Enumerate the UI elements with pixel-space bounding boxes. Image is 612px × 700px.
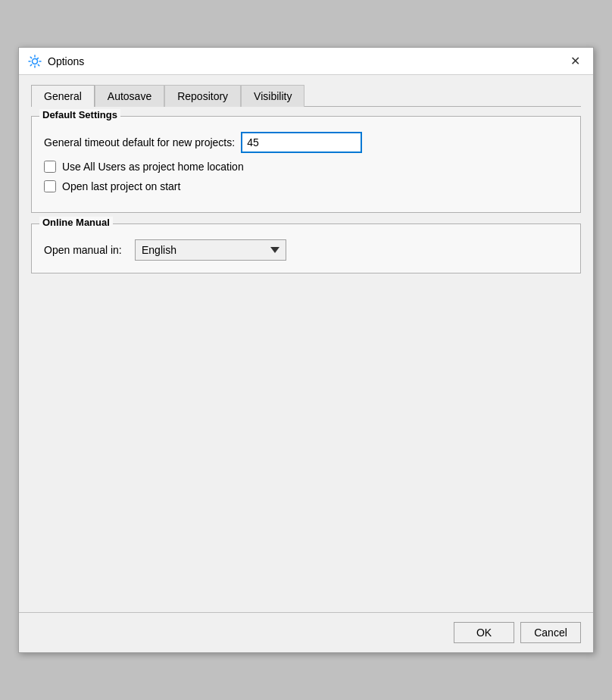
language-select[interactable]: English German French Spanish (135, 239, 286, 261)
use-all-users-checkbox[interactable] (44, 161, 56, 173)
title-left: Options (28, 55, 84, 68)
checkbox1-row: Use All Users as project home location (44, 161, 568, 173)
default-settings-label: Default Settings (39, 109, 120, 120)
content-spacer (31, 284, 581, 603)
tab-general[interactable]: General (31, 85, 95, 107)
open-manual-text: Open manual in: (44, 244, 135, 256)
checkbox2-row: Open last project on start (44, 180, 568, 192)
timeout-input[interactable] (241, 132, 362, 153)
dialog-title: Options (48, 55, 84, 67)
online-manual-section: Online Manual Open manual in: English Ge… (31, 223, 581, 273)
online-manual-label: Online Manual (39, 217, 113, 228)
dialog-body: General Autosave Repository Visibility D… (19, 75, 593, 612)
open-last-project-label: Open last project on start (62, 180, 180, 192)
options-icon (28, 55, 42, 68)
options-dialog: Options ✕ General Autosave Repository Vi… (18, 47, 594, 653)
title-bar: Options ✕ (19, 48, 593, 75)
open-manual-row: Open manual in: English German French Sp… (44, 239, 568, 261)
open-last-project-checkbox[interactable] (44, 180, 56, 192)
default-settings-section: Default Settings General timeout default… (31, 116, 581, 213)
button-row: OK Cancel (19, 612, 593, 652)
cancel-button[interactable]: Cancel (520, 622, 581, 643)
tab-visibility[interactable]: Visibility (241, 85, 304, 107)
ok-button[interactable]: OK (454, 622, 514, 643)
close-button[interactable]: ✕ (566, 52, 584, 70)
tabs-bar: General Autosave Repository Visibility (31, 84, 581, 107)
tab-repository[interactable]: Repository (164, 85, 241, 107)
timeout-label: General timeout default for new projects… (44, 136, 235, 148)
use-all-users-label: Use All Users as project home location (62, 161, 244, 173)
timeout-row: General timeout default for new projects… (44, 132, 568, 153)
tab-autosave[interactable]: Autosave (95, 85, 164, 107)
